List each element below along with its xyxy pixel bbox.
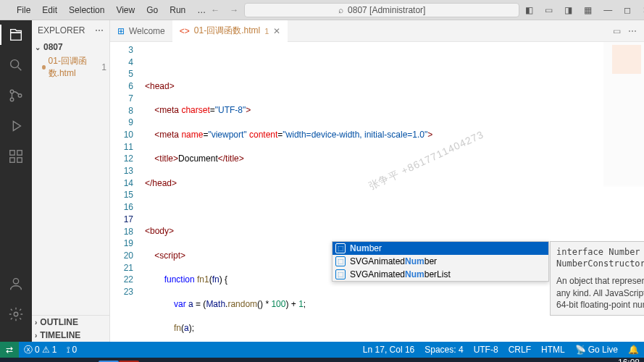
broadcast-icon: 📡 bbox=[575, 345, 586, 355]
taskbar-edge-icon[interactable]: ◉ bbox=[25, 358, 49, 362]
menu-view[interactable]: View bbox=[111, 2, 140, 18]
tray-time: 16:08 bbox=[560, 358, 640, 362]
command-center[interactable]: ⌕ 0807 [Administrator] bbox=[244, 3, 519, 17]
editor-area: ⊞ Welcome <> 01-回调函数.html 1 ✕ ▭ ⋯ 345678… bbox=[110, 20, 644, 342]
svg-point-8 bbox=[13, 279, 18, 284]
minimap[interactable] bbox=[603, 42, 644, 187]
command-center-title: 0807 [Administrator] bbox=[348, 5, 425, 15]
status-problems[interactable]: ⓧ0 ⚠1 bbox=[19, 342, 62, 358]
remote-icon: ⇄ bbox=[6, 345, 13, 355]
nav-forward-icon[interactable]: → bbox=[230, 5, 238, 15]
activity-bar bbox=[0, 20, 32, 342]
menu-file[interactable]: File bbox=[12, 2, 35, 18]
menu-edit[interactable]: Edit bbox=[37, 2, 62, 18]
titlebar: File Edit Selection View Go Run … ← → ⌕ … bbox=[0, 0, 644, 20]
system-tray[interactable]: ˄ 简 英 16:08 2024/08/07 16:08:37 bbox=[525, 358, 644, 362]
menu-go[interactable]: Go bbox=[141, 2, 163, 18]
chevron-right-icon: › bbox=[35, 332, 37, 340]
suggest-item[interactable]: ⬚ Number bbox=[333, 242, 548, 255]
symbol-interface-icon: ⬚ bbox=[335, 256, 346, 266]
menu-bar: File Edit Selection View Go Run … bbox=[12, 2, 211, 18]
tab-welcome[interactable]: ⊞ Welcome bbox=[110, 20, 172, 42]
taskbar-settings-icon[interactable]: ⚙ bbox=[49, 358, 74, 362]
svg-rect-7 bbox=[17, 151, 22, 155]
menu-more[interactable]: … bbox=[192, 2, 211, 18]
status-language[interactable]: HTML bbox=[536, 342, 570, 358]
layout-panel-icon[interactable]: ▭ bbox=[539, 1, 559, 20]
source-control-icon[interactable] bbox=[7, 87, 25, 104]
chevron-down-icon: ⌄ bbox=[35, 43, 41, 51]
outline-section[interactable]: ›OUTLINE bbox=[32, 316, 109, 329]
tab-file[interactable]: <> 01-回调函数.html 1 ✕ bbox=[172, 20, 288, 42]
folder-name: 0807 bbox=[43, 42, 63, 52]
editor-tabs: ⊞ Welcome <> 01-回调函数.html 1 ✕ ▭ ⋯ bbox=[110, 20, 644, 42]
layout-primary-icon[interactable]: ◧ bbox=[519, 1, 539, 20]
debug-icon[interactable] bbox=[7, 117, 25, 135]
timeline-section[interactable]: ›TIMELINE bbox=[32, 329, 109, 342]
tab-file-badge: 1 bbox=[264, 27, 269, 35]
folder-section[interactable]: ⌄ 0807 bbox=[32, 41, 109, 54]
svg-point-3 bbox=[18, 94, 22, 98]
suggest-widget[interactable]: ⬚ Number ⬚ SVGAnimatedNumber ⬚ SVGAnimat… bbox=[332, 241, 549, 282]
svg-point-1 bbox=[10, 90, 14, 93]
modified-dot-icon bbox=[42, 65, 46, 70]
file-badge: 1 bbox=[101, 62, 106, 72]
line-gutter: 34567891011121314151617181920212223 bbox=[110, 42, 145, 342]
tab-close-icon[interactable]: ✕ bbox=[273, 26, 280, 36]
taskbar-vscode-icon[interactable]: ⧉ bbox=[139, 358, 164, 362]
symbol-interface-icon: ⬚ bbox=[335, 243, 346, 253]
svg-rect-5 bbox=[10, 158, 14, 162]
symbol-interface-icon: ⬚ bbox=[335, 269, 346, 279]
radio-icon: ⟟ bbox=[67, 345, 70, 355]
layout-secondary-icon[interactable]: ◨ bbox=[559, 1, 578, 20]
sidebar: EXPLORER ⋯ ⌄ 0807 01-回调函数.html 1 ›OUTLIN… bbox=[32, 20, 110, 342]
tab-more-icon[interactable]: ⋯ bbox=[628, 26, 637, 36]
status-encoding[interactable]: UTF-8 bbox=[469, 342, 503, 358]
account-icon[interactable] bbox=[7, 275, 25, 292]
suggest-docs: ✕ interface Number var Number: NumberCon… bbox=[550, 241, 644, 316]
status-spaces[interactable]: Spaces: 4 bbox=[419, 342, 468, 358]
layout-customize-icon[interactable]: ▦ bbox=[578, 1, 598, 20]
suggest-item[interactable]: ⬚ SVGAnimatedNumberList bbox=[333, 268, 548, 281]
menu-selection[interactable]: Selection bbox=[64, 2, 109, 18]
svg-point-2 bbox=[10, 98, 14, 101]
sidebar-title: EXPLORER bbox=[38, 25, 85, 35]
explorer-icon[interactable] bbox=[7, 26, 25, 43]
vscode-icon: ⊞ bbox=[117, 26, 125, 36]
svg-point-9 bbox=[14, 312, 18, 316]
status-golive[interactable]: 📡Go Live bbox=[570, 342, 623, 358]
tab-welcome-label: Welcome bbox=[129, 26, 165, 36]
html-file-icon: <> bbox=[180, 26, 190, 36]
window-minimize-icon[interactable]: — bbox=[598, 1, 618, 20]
nav-back-icon[interactable]: ← bbox=[211, 5, 219, 15]
svg-rect-4 bbox=[10, 151, 14, 155]
outline-label: OUTLINE bbox=[40, 317, 78, 327]
timeline-label: TIMELINE bbox=[40, 330, 80, 340]
nav-arrows: ← → bbox=[211, 5, 238, 15]
status-eol[interactable]: CRLF bbox=[503, 342, 536, 358]
status-lncol[interactable]: Ln 17, Col 16 bbox=[358, 342, 419, 358]
bell-icon: 🔔 bbox=[628, 345, 639, 355]
svg-rect-6 bbox=[17, 158, 22, 162]
run-icon[interactable]: ▭ bbox=[613, 26, 621, 36]
extensions-icon[interactable] bbox=[7, 148, 25, 165]
suggest-item[interactable]: ⬚ SVGAnimatedNumber bbox=[333, 255, 548, 268]
sidebar-more-icon[interactable]: ⋯ bbox=[95, 25, 104, 35]
window-maximize-icon[interactable]: ◻ bbox=[618, 1, 637, 20]
taskbar-explorer-icon[interactable]: 📁 bbox=[74, 358, 99, 362]
search-icon[interactable] bbox=[7, 56, 25, 74]
status-bar: ⇄ ⓧ0 ⚠1 ⟟0 Ln 17, Col 16 Spaces: 4 UTF-8… bbox=[0, 342, 644, 358]
status-notifications[interactable]: 🔔 bbox=[623, 342, 644, 358]
doc-description: An object that represents a number of an… bbox=[556, 275, 644, 311]
window-close-icon[interactable]: ✕ bbox=[637, 1, 644, 20]
menu-run[interactable]: Run bbox=[164, 2, 191, 18]
remote-indicator[interactable]: ⇄ bbox=[0, 342, 19, 358]
file-item[interactable]: 01-回调函数.html 1 bbox=[32, 54, 109, 81]
status-ports[interactable]: ⟟0 bbox=[62, 342, 82, 358]
svg-point-0 bbox=[11, 60, 19, 68]
error-icon: ⓧ bbox=[24, 344, 33, 356]
search-icon: ⌕ bbox=[338, 5, 343, 15]
start-button[interactable]: ⊞ bbox=[0, 358, 25, 362]
file-name: 01-回调函数.html bbox=[49, 55, 99, 80]
settings-gear-icon[interactable] bbox=[7, 306, 25, 323]
